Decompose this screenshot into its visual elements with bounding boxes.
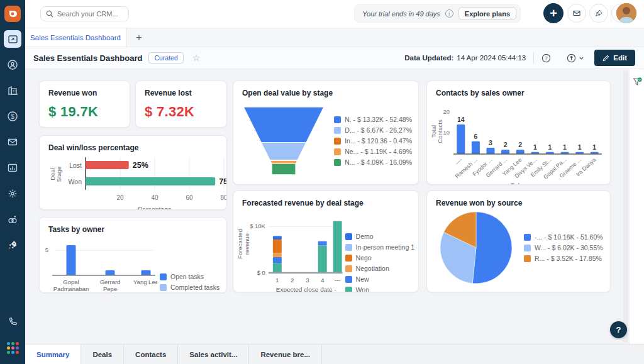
svg-text:?: ? xyxy=(545,55,548,61)
sidebar-item-settings[interactable] xyxy=(4,185,21,202)
svg-text:Forecasted: Forecasted xyxy=(236,229,243,258)
sidebar-item-dashboard[interactable] xyxy=(4,30,21,48)
tab-sales-activities[interactable]: Sales activit... xyxy=(178,345,249,364)
svg-text:3: 3 xyxy=(489,139,492,146)
global-search[interactable] xyxy=(40,6,129,21)
curated-badge: Curated xyxy=(148,52,183,63)
svg-text:2: 2 xyxy=(518,141,522,148)
legend-item: -... - $ 10.16K - 51.60% xyxy=(524,233,603,241)
win-loss-bar-chart: 2040608025%Lost75%WonPercentageDealStage xyxy=(40,153,226,210)
user-avatar[interactable] xyxy=(616,3,636,23)
card-contacts-by-sales-owner: Contacts by sales owner 102014----6Rames… xyxy=(426,80,611,185)
legend-item: Completed tasks xyxy=(160,284,219,291)
freshworks-logo[interactable] xyxy=(4,6,21,22)
tab-deals[interactable]: Deals xyxy=(81,345,124,364)
freddy-ai-icon xyxy=(7,214,18,225)
svg-text:----: ---- xyxy=(454,157,464,166)
widget-title: Revenue won by source xyxy=(427,191,610,207)
svg-text:25%: 25% xyxy=(133,161,148,170)
whats-new-button[interactable] xyxy=(589,4,608,23)
filter-icon[interactable] xyxy=(632,77,643,90)
svg-text:20: 20 xyxy=(116,194,124,201)
help-icon[interactable]: ? xyxy=(541,53,551,63)
search-input[interactable] xyxy=(57,10,120,18)
svg-text:Contacts: Contacts xyxy=(436,119,443,143)
dashboard-canvas: Revenue won $ 19.7K Revenue lost $ 7.32K… xyxy=(25,69,644,344)
sidebar-item-deals[interactable]: $ xyxy=(4,108,21,125)
data-updated-label: Data Updated: xyxy=(404,54,453,62)
svg-text:10: 10 xyxy=(443,129,450,136)
legend-item: Nego xyxy=(345,254,414,262)
tab-revenue-breakdown[interactable]: Revenue bre... xyxy=(249,345,322,364)
email-button[interactable] xyxy=(567,4,586,23)
svg-text:$ 10K: $ 10K xyxy=(250,223,265,229)
sidebar-item-getting-started[interactable] xyxy=(4,236,21,254)
widget-title: Forecasted revenue by deal stage xyxy=(233,191,418,207)
pie-chart xyxy=(438,210,514,285)
svg-text:1: 1 xyxy=(533,143,537,151)
tasks-bar-chart: 5GopalPadmanabanGerrardPepeYang LeeTask … xyxy=(41,236,157,293)
widget-title: Contacts by sales owner xyxy=(427,81,610,97)
sidebar-item-app-switcher[interactable] xyxy=(4,339,21,356)
svg-text:2: 2 xyxy=(504,141,508,148)
sidebar-item-contacts[interactable] xyxy=(4,56,21,74)
envelope-icon xyxy=(7,136,18,148)
sidebar-item-freddy-ai[interactable] xyxy=(4,211,21,228)
card-forecasted-revenue: Forecasted revenue by deal stage $ 0$ 10… xyxy=(233,190,419,292)
sidebar-item-analytics[interactable] xyxy=(4,159,21,177)
bar-chart-icon xyxy=(7,162,18,174)
add-tab-button[interactable]: + xyxy=(126,28,152,47)
trial-text: Your trial ends in 49 days xyxy=(362,10,440,18)
dashboard-icon xyxy=(8,34,18,45)
svg-text:Expected close date -: Expected close date - xyxy=(276,286,336,292)
card-tasks-by-owner: Tasks by owner 5GopalPadmanabanGerrardPe… xyxy=(39,217,227,293)
trial-info-icon[interactable]: i xyxy=(445,9,453,18)
legend-item: R... - $ 3.52K - 17.85% xyxy=(524,255,603,262)
svg-text:75%: 75% xyxy=(219,177,226,186)
svg-text:Percentage: Percentage xyxy=(138,206,172,210)
tab-sales-essentials-dashboard[interactable]: Sales Essentials Dashboard xyxy=(25,28,126,47)
widget-title: Revenue won xyxy=(40,81,130,97)
edit-button[interactable]: Edit xyxy=(594,50,635,66)
legend-item: In-person meeting 1 xyxy=(345,243,414,251)
svg-text:40: 40 xyxy=(151,194,158,201)
sidebar-item-phone[interactable] xyxy=(4,313,21,331)
forecast-legend: DemoIn-person meeting 1NegoNegotiationNe… xyxy=(345,233,414,292)
svg-text:Stage: Stage xyxy=(55,167,62,182)
quick-add-button[interactable]: + xyxy=(543,3,564,23)
pencil-icon xyxy=(602,55,609,62)
dashboard-header: Sales Essentials Dashboard Curated ☆ Dat… xyxy=(25,47,644,69)
sidebar-item-accounts[interactable] xyxy=(4,82,21,99)
legend-item: Negotiation xyxy=(345,265,414,272)
page-title: Sales Essentials Dashboard xyxy=(33,53,142,63)
svg-text:1: 1 xyxy=(592,143,596,151)
explore-plans-button[interactable]: Explore plans xyxy=(458,7,516,20)
tab-summary[interactable]: Summary xyxy=(25,345,81,364)
search-icon xyxy=(46,10,53,18)
top-bar: Your trial ends in 49 days i Explore pla… xyxy=(25,0,644,28)
export-button[interactable] xyxy=(567,53,584,63)
filter-panel-rail xyxy=(629,69,644,344)
card-deal-win-loss: Deal win/loss percentage 2040608025%Lost… xyxy=(39,135,227,210)
building-icon xyxy=(7,85,18,96)
widget-title: Tasks by owner xyxy=(40,218,226,234)
rocket-outline-icon xyxy=(594,9,603,18)
scrollbar[interactable] xyxy=(623,70,628,343)
contacts-bar-chart: 102014----6Ramesh ...3Fyodor ...2Gerrard… xyxy=(431,99,607,185)
envelope-icon xyxy=(572,9,581,18)
svg-text:5: 5 xyxy=(45,246,48,253)
sidebar-item-email[interactable] xyxy=(4,133,21,151)
legend-item: D... - $ 6.67K - 26.27% xyxy=(334,126,412,134)
tab-contacts[interactable]: Contacts xyxy=(124,345,178,364)
svg-text:Yang Lee: Yang Lee xyxy=(133,279,157,285)
phone-icon xyxy=(7,316,18,328)
svg-text:Pepe: Pepe xyxy=(103,285,117,292)
svg-text:80: 80 xyxy=(220,194,226,201)
favorite-star-icon[interactable]: ☆ xyxy=(192,53,201,63)
chevron-down-icon xyxy=(579,55,584,61)
svg-text:4: 4 xyxy=(321,277,325,284)
app-switcher-icon xyxy=(7,342,19,354)
svg-text:1: 1 xyxy=(548,143,552,151)
help-fab-button[interactable]: ? xyxy=(610,321,627,338)
svg-text:$: $ xyxy=(11,113,14,120)
